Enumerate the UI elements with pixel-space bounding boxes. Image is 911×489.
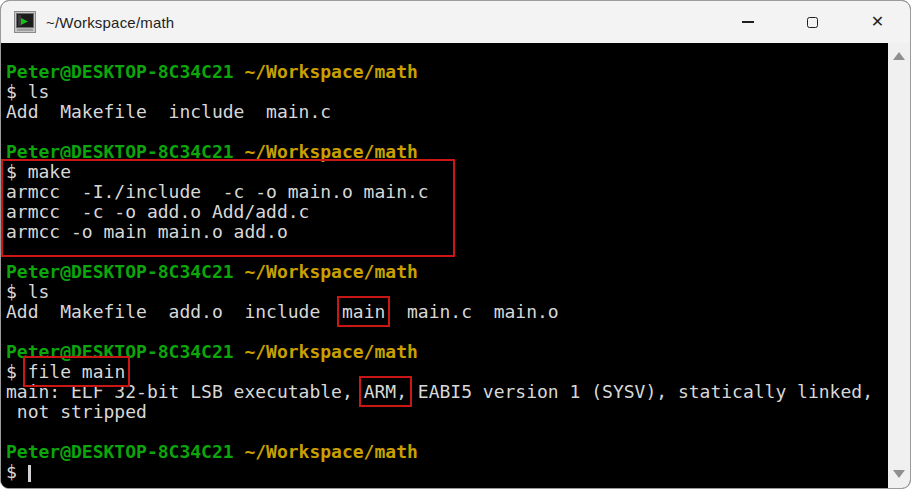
- terminal-app-icon: [14, 11, 36, 33]
- terminal-line: $ make: [6, 162, 888, 182]
- close-icon: ✕: [871, 14, 884, 30]
- terminal-line: not stripped: [6, 402, 888, 422]
- terminal-line: armcc -c -o add.o Add/add.c: [6, 202, 888, 222]
- terminal-line: Peter@DESKTOP-8C34C21 ~/Workspace/math: [6, 442, 888, 462]
- terminal-line: main: ELF 32-bit LSB executable, ARM, EA…: [6, 382, 888, 402]
- terminal-line: Peter@DESKTOP-8C34C21 ~/Workspace/math: [6, 342, 888, 362]
- highlight-boxed-text: file main: [28, 361, 126, 382]
- terminal-line: Add Makefile include main.c: [6, 102, 888, 122]
- terminal-text: Peter@DESKTOP-8C34C21: [6, 141, 234, 162]
- window-content: Peter@DESKTOP-8C34C21 ~/Workspace/math$ …: [1, 43, 910, 488]
- window-title: ~/Workspace/math: [46, 14, 174, 31]
- terminal-text: EABI5 version 1 (SYSV), statically linke…: [407, 381, 873, 402]
- terminal-text: Peter@DESKTOP-8C34C21: [6, 441, 234, 462]
- terminal-text: $ ls: [6, 81, 49, 102]
- terminal-text: ~/Workspace/math: [234, 61, 418, 82]
- terminal-line: [6, 122, 888, 142]
- scroll-down-icon[interactable]: [893, 470, 905, 478]
- terminal-text: ~/Workspace/math: [234, 441, 418, 462]
- maximize-button[interactable]: [780, 1, 845, 43]
- terminal-text: Add Makefile add.o include: [6, 301, 342, 322]
- terminal-line: armcc -o main main.o add.o: [6, 222, 888, 242]
- window-controls: ✕: [715, 1, 910, 43]
- terminal-text: ~/Workspace/math: [234, 141, 418, 162]
- terminal-line: armcc -I./include -c -o main.o main.c: [6, 182, 888, 202]
- terminal-line: Peter@DESKTOP-8C34C21 ~/Workspace/math: [6, 142, 888, 162]
- terminal-text: ~/Workspace/math: [234, 261, 418, 282]
- minimize-icon: [742, 21, 754, 23]
- terminal-text: Peter@DESKTOP-8C34C21: [6, 341, 234, 362]
- terminal-line: Peter@DESKTOP-8C34C21 ~/Workspace/math: [6, 62, 888, 82]
- terminal-text: armcc -o main main.o add.o: [6, 221, 288, 242]
- terminal-screen[interactable]: Peter@DESKTOP-8C34C21 ~/Workspace/math$ …: [1, 43, 888, 488]
- terminal-text: main: ELF 32-bit LSB executable,: [6, 381, 364, 402]
- terminal-line: Add Makefile add.o include main main.c m…: [6, 302, 888, 322]
- terminal-text: $: [6, 461, 28, 482]
- terminal-text: main.c main.o: [385, 301, 558, 322]
- terminal-text: Peter@DESKTOP-8C34C21: [6, 61, 234, 82]
- terminal-line: [6, 242, 888, 262]
- terminal-text: ~/Workspace/math: [234, 341, 418, 362]
- highlight-boxed-text: main: [342, 301, 385, 322]
- terminal-text: $: [6, 361, 28, 382]
- close-button[interactable]: ✕: [845, 1, 910, 43]
- scrollbar[interactable]: [888, 43, 910, 488]
- terminal-text: armcc -c -o add.o Add/add.c: [6, 201, 309, 222]
- terminal-text: Add Makefile include main.c: [6, 101, 331, 122]
- terminal-text: not stripped: [6, 401, 147, 422]
- terminal-text: Peter@DESKTOP-8C34C21: [6, 261, 234, 282]
- terminal-text: $ make: [6, 161, 71, 182]
- terminal-text: armcc -I./include -c -o main.o main.c: [6, 181, 429, 202]
- terminal-line: $ ls: [6, 282, 888, 302]
- highlight-boxed-text: ARM,: [364, 381, 407, 402]
- minimize-button[interactable]: [715, 1, 780, 43]
- terminal-line: [6, 422, 888, 442]
- terminal-line: $ ls: [6, 82, 888, 102]
- terminal-window: ~/Workspace/math ✕ Peter@DESKTOP-8C34C21…: [0, 0, 911, 489]
- scrollbar-track[interactable]: [888, 60, 910, 470]
- scroll-up-icon[interactable]: [893, 52, 905, 60]
- maximize-icon: [807, 17, 818, 28]
- titlebar[interactable]: ~/Workspace/math ✕: [1, 1, 910, 43]
- terminal-line: $ file main: [6, 362, 888, 382]
- text-cursor: [28, 465, 31, 482]
- terminal-line: Peter@DESKTOP-8C34C21 ~/Workspace/math: [6, 262, 888, 282]
- terminal-text: $ ls: [6, 281, 49, 302]
- terminal-line: [6, 322, 888, 342]
- terminal-line: $: [6, 462, 888, 482]
